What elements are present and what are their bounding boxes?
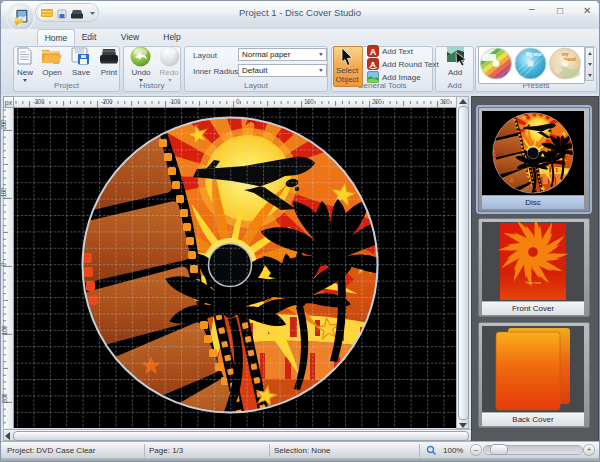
svg-text:My text: My text xyxy=(526,52,542,57)
svg-text:A: A xyxy=(370,47,377,57)
svg-text:Your text: Your text xyxy=(525,280,542,285)
svg-text:A: A xyxy=(370,60,376,69)
